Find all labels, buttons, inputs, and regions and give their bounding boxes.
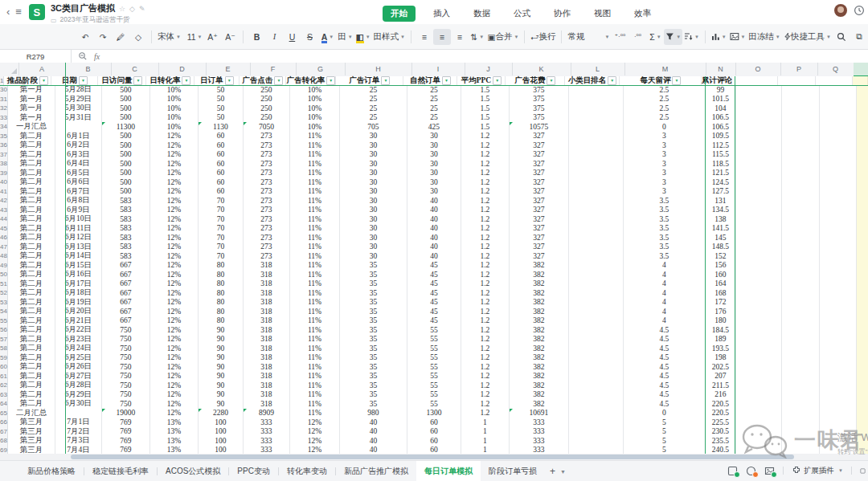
wrap-text-button[interactable]: ⮐换行	[529, 29, 557, 45]
decrease-font-button[interactable]: A⁻	[221, 29, 239, 45]
menu-tab-效率[interactable]: 效率	[628, 6, 657, 22]
sheet-tab[interactable]: 阶段订单亏损	[481, 461, 545, 481]
cell[interactable]	[820, 446, 857, 455]
cell[interactable]: 7月4日	[55, 446, 102, 455]
column-header-H[interactable]: H	[345, 63, 412, 75]
column-header-N[interactable]: N	[706, 63, 736, 75]
star-icon[interactable]: ☆	[119, 5, 125, 13]
filter-dropdown-icon[interactable]: ▼	[225, 76, 234, 85]
sort-button[interactable]: ▼	[682, 29, 701, 45]
cell[interactable]: 100	[199, 446, 244, 455]
sync-warning-icon[interactable]	[746, 466, 756, 476]
align-center-button[interactable]: ≡	[433, 29, 451, 45]
zoom-formula-icon[interactable]	[78, 51, 88, 61]
cell[interactable]	[782, 446, 820, 455]
search-icon[interactable]	[833, 29, 850, 45]
sheet-list-button[interactable]: ▼	[560, 469, 566, 475]
filter-dropdown-icon[interactable]: ▼	[274, 76, 283, 85]
link-icon[interactable]: ✎	[139, 5, 145, 13]
italic-button[interactable]: I	[265, 29, 283, 45]
font-name-select[interactable]: 宋体▼	[156, 29, 182, 45]
column-header-P[interactable]: P	[780, 63, 818, 75]
sheet-tab[interactable]: ACOS公式模拟	[158, 461, 228, 481]
cell[interactable]: 769	[102, 446, 150, 455]
cell[interactable]	[569, 446, 624, 455]
cell[interactable]: 333	[244, 446, 290, 455]
cell[interactable]: 240.5	[706, 446, 736, 455]
horizontal-scrollbar[interactable]	[0, 454, 868, 460]
filter-dropdown-icon[interactable]: ▼	[493, 76, 502, 85]
filter-button[interactable]: ▼	[664, 29, 682, 45]
user-avatar[interactable]	[834, 4, 847, 17]
cell[interactable]: 1	[461, 446, 510, 455]
more-tools-icon[interactable]: ⧉	[850, 29, 868, 45]
format-painter-button[interactable]: 🖉	[112, 29, 129, 45]
vertical-align-button[interactable]: ⇅▼	[469, 29, 486, 45]
cell-yellow-column[interactable]	[857, 446, 868, 455]
back-icon[interactable]: ‹	[6, 6, 10, 18]
filter-dropdown-icon[interactable]: ▼	[442, 76, 451, 85]
cell[interactable]: 40	[340, 446, 407, 455]
column-header-B[interactable]: B	[65, 63, 112, 75]
column-header-J[interactable]: J	[465, 63, 513, 75]
row-header[interactable]: 69	[0, 446, 8, 455]
menu-tab-插入[interactable]: 插入	[428, 6, 456, 22]
decrease-decimal-button[interactable]: ·⁰⁰	[628, 29, 646, 45]
horizontal-scrollbar-thumb[interactable]	[71, 455, 794, 459]
column-header-Q[interactable]: Q	[817, 63, 854, 75]
column-header-D[interactable]: D	[158, 63, 207, 75]
merge-cells-button[interactable]: ▣合并▼	[486, 29, 521, 45]
column-header-M[interactable]: M	[624, 63, 706, 75]
wps-logo[interactable]: S	[29, 4, 45, 20]
redo-button[interactable]: ↷	[94, 29, 112, 45]
cell-style-button[interactable]: 田样式▼	[372, 29, 407, 45]
menu-tab-公式[interactable]: 公式	[508, 6, 536, 22]
align-left-button[interactable]: ≡	[416, 29, 433, 45]
extensions-button[interactable]: 扩展插件▼	[792, 466, 843, 476]
menu-tab-协作[interactable]: 协作	[548, 6, 576, 22]
clear-button[interactable]: ◇	[129, 29, 147, 45]
sheet-tab[interactable]: 转化率变动	[279, 461, 335, 481]
strikethrough-button[interactable]: S	[301, 29, 318, 45]
menu-tab-开始[interactable]: 开始	[383, 6, 416, 22]
menu-tab-数据[interactable]: 数据	[468, 6, 496, 22]
cell[interactable]: 5	[624, 446, 706, 455]
increase-font-button[interactable]: A⁺	[203, 29, 221, 45]
saved-status-icon[interactable]	[727, 466, 738, 476]
borders-button[interactable]: 田▼	[336, 29, 354, 45]
increase-decimal-button[interactable]: ⁺·⁰⁰	[611, 29, 628, 45]
align-right-button[interactable]: ≡	[451, 29, 469, 45]
font-color-button[interactable]: A▼	[318, 29, 336, 45]
hamburger-menu-icon[interactable]: ≡	[15, 6, 22, 18]
cell[interactable]: 第三月	[8, 446, 55, 455]
cell[interactable]	[736, 446, 782, 455]
column-header-K[interactable]: K	[512, 63, 571, 75]
column-header-O[interactable]: O	[735, 63, 781, 75]
add-sheet-button[interactable]: +	[550, 466, 555, 477]
chart-button[interactable]: ▼	[710, 29, 728, 45]
cell[interactable]: 12%	[290, 446, 340, 455]
sheet-tab[interactable]: 新品广告推广模拟	[336, 461, 416, 481]
sheet-tab[interactable]: 稳定链接毛利率	[84, 461, 157, 481]
column-header-F[interactable]: F	[250, 63, 297, 75]
image-button[interactable]: ▼	[728, 29, 747, 45]
clock-icon[interactable]	[854, 5, 865, 16]
name-box[interactable]: R279	[0, 50, 72, 63]
autosum-button[interactable]: Σ▼	[646, 29, 664, 45]
cell[interactable]: 333	[510, 446, 569, 455]
tag-icon[interactable]: ◇	[129, 5, 135, 13]
select-all-corner[interactable]	[0, 63, 19, 75]
cell[interactable]: 60	[407, 446, 461, 455]
underline-button[interactable]: U	[283, 29, 301, 45]
column-header-I[interactable]: I	[411, 63, 465, 75]
view-mode-icon[interactable]	[764, 466, 775, 476]
sheet-tab[interactable]: 新品价格策略	[19, 461, 84, 481]
filter-dropdown-icon[interactable]: ▼	[182, 76, 190, 85]
undo-button[interactable]: ↶	[76, 29, 94, 45]
filter-dropdown-icon[interactable]: ▼	[326, 76, 335, 85]
filter-dropdown-icon[interactable]: ▼	[672, 76, 681, 85]
filter-dropdown-icon[interactable]: ▼	[381, 76, 390, 85]
filter-dropdown-icon[interactable]: ▼	[547, 76, 555, 85]
filter-dropdown-icon[interactable]: ▼	[608, 76, 616, 85]
column-header-E[interactable]: E	[206, 63, 251, 75]
